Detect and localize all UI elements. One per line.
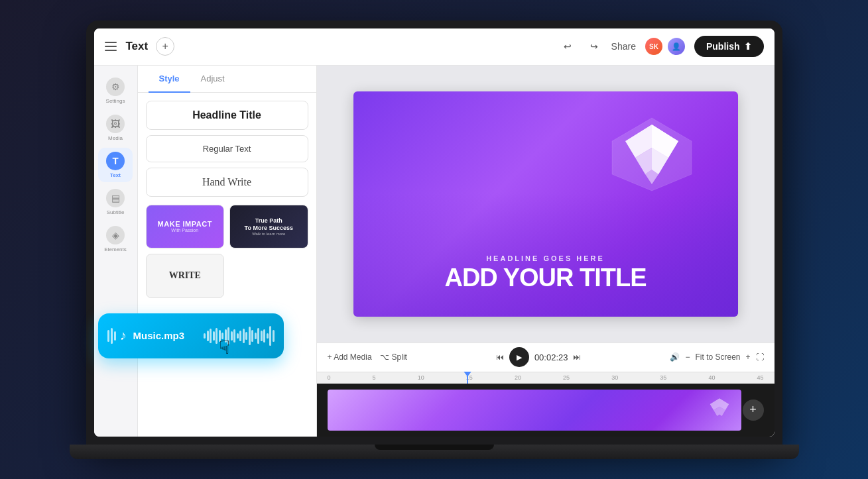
main-content: ⚙ Settings 🖼 Media T Text ▤: [94, 66, 775, 437]
zoom-out-button[interactable]: −: [685, 352, 690, 362]
template-write-text: WRITE: [169, 270, 201, 281]
filmstrip-logo: [703, 394, 736, 427]
cursor-hand-icon: ☟: [219, 337, 230, 358]
music-filename: Music.mp3: [133, 330, 198, 341]
sidebar-item-subtitle[interactable]: ▤ Subtitle: [98, 185, 133, 219]
template-make-impact-sub: With Passion: [158, 228, 212, 233]
add-button[interactable]: +: [156, 37, 174, 56]
fullscreen-button[interactable]: ⛶: [756, 352, 764, 362]
hamburger-icon[interactable]: [105, 40, 118, 53]
sidebar-item-media[interactable]: 🖼 Media: [98, 111, 133, 145]
top-bar: Text + ↩ ↪ Share SK 👤: [94, 28, 775, 66]
filmstrip-clip[interactable]: [328, 390, 741, 431]
template-true-path[interactable]: True PathTo More Success Walk to learn m…: [229, 205, 308, 249]
headline-label: Headline Title: [192, 109, 261, 121]
slide-title-text: ADD YOUR TITLE: [444, 265, 646, 290]
headline-style-button[interactable]: Headline Title: [146, 101, 308, 130]
template-make-impact[interactable]: MAKE IMPACT With Passion: [146, 205, 225, 249]
playback-controls: ⏮ ▶ 00:02:23 ⏭: [496, 347, 582, 367]
avatar-initials: SK: [644, 36, 664, 56]
panel-tabs: Style Adjust: [138, 66, 316, 93]
text-templates: MAKE IMPACT With Passion True PathTo Mor…: [146, 205, 308, 298]
template-true-path-text: True PathTo More Success: [245, 217, 293, 232]
prev-button[interactable]: ⏮: [496, 352, 504, 362]
canvas-slide[interactable]: HEADLINE GOES HERE ADD YOUR TITLE: [353, 91, 738, 317]
slide-text-area: HEADLINE GOES HERE ADD YOUR TITLE: [444, 254, 646, 290]
handwrite-label: Hand Write: [202, 176, 251, 187]
music-icon-area: ♪: [107, 328, 127, 344]
canvas-area: HEADLINE GOES HERE ADD YOUR TITLE + Add …: [317, 66, 775, 437]
top-bar-right: ↩ ↪ Share SK 👤 Publish ⬆: [558, 36, 764, 57]
music-note-icon: ♪: [120, 328, 127, 343]
add-media-button[interactable]: + Add Media: [328, 352, 372, 362]
panel-content: Headline Title Regular Text Hand Write: [138, 93, 316, 437]
share-button[interactable]: Share: [611, 41, 636, 52]
top-bar-left: Text +: [105, 37, 550, 56]
subtitle-icon: ▤: [106, 189, 125, 207]
sidebar-item-elements[interactable]: ◈ Elements: [98, 222, 133, 256]
tab-style[interactable]: Style: [149, 66, 190, 93]
template-true-path-sub: Walk to learn more: [245, 232, 293, 236]
redo-button[interactable]: ↪: [585, 37, 603, 56]
canvas-viewport[interactable]: HEADLINE GOES HERE ADD YOUR TITLE: [317, 66, 775, 343]
slide-background: HEADLINE GOES HERE ADD YOUR TITLE: [353, 91, 738, 317]
undo-button[interactable]: ↩: [558, 37, 577, 56]
music-vertical-lines: [107, 328, 116, 344]
volume-button[interactable]: 🔊: [670, 352, 680, 362]
music-waveform: [204, 325, 275, 346]
handwrite-style-button[interactable]: Hand Write: [146, 168, 308, 197]
timeline-marks: 0 5 10 15 20 25 30 35 40 45: [328, 374, 764, 381]
publish-button[interactable]: Publish ⬆: [694, 36, 764, 57]
avatar-photo: 👤: [666, 36, 686, 56]
bottom-controls: + Add Media ⌥ Split ⏮ ▶ 00:02:23: [317, 343, 775, 372]
time-display: 00:02:23: [534, 352, 568, 362]
settings-icon: ⚙: [106, 78, 125, 96]
template-write[interactable]: WRITE: [146, 254, 225, 298]
split-button[interactable]: ⌥ Split: [380, 352, 407, 362]
music-badge[interactable]: ♪ Music.mp3: [98, 313, 284, 358]
filmstrip: +: [317, 384, 775, 437]
avatar-group: SK 👤: [644, 36, 686, 56]
sidebar: ⚙ Settings 🖼 Media T Text ▤: [94, 66, 138, 437]
play-button[interactable]: ▶: [509, 347, 529, 367]
text-icon: T: [106, 152, 125, 170]
timeline-ruler: 0 5 10 15 20 25 30 35 40 45: [317, 372, 775, 384]
tab-adjust[interactable]: Adjust: [190, 66, 235, 93]
laptop-base: [70, 445, 799, 459]
slide-headline-text: HEADLINE GOES HERE: [444, 254, 646, 262]
regular-label: Regular Text: [203, 144, 251, 154]
zoom-in-button[interactable]: +: [746, 352, 751, 362]
sidebar-item-text[interactable]: T Text: [98, 148, 133, 182]
next-button[interactable]: ⏭: [573, 352, 581, 362]
sidebar-item-settings[interactable]: ⚙ Settings: [98, 74, 133, 108]
slide-logo: [605, 111, 698, 197]
template-make-impact-text: MAKE IMPACT: [158, 220, 212, 228]
publish-icon: ⬆: [744, 41, 752, 52]
page-title: Text: [126, 40, 149, 53]
regular-style-button[interactable]: Regular Text: [146, 135, 308, 162]
fit-to-screen[interactable]: Fit to Screen: [695, 352, 740, 362]
timeline-playhead[interactable]: [467, 372, 468, 384]
text-panel: Style Adjust Headline Title Regular Text: [138, 66, 317, 437]
right-controls: 🔊 − Fit to Screen + ⛶: [670, 352, 763, 362]
add-clip-button[interactable]: +: [743, 399, 764, 421]
timeline-ruler-track[interactable]: 0 5 10 15 20 25 30 35 40 45: [328, 372, 764, 384]
media-icon: 🖼: [106, 115, 125, 133]
elements-icon: ◈: [106, 226, 125, 244]
filmstrip-gradient: [328, 390, 741, 431]
